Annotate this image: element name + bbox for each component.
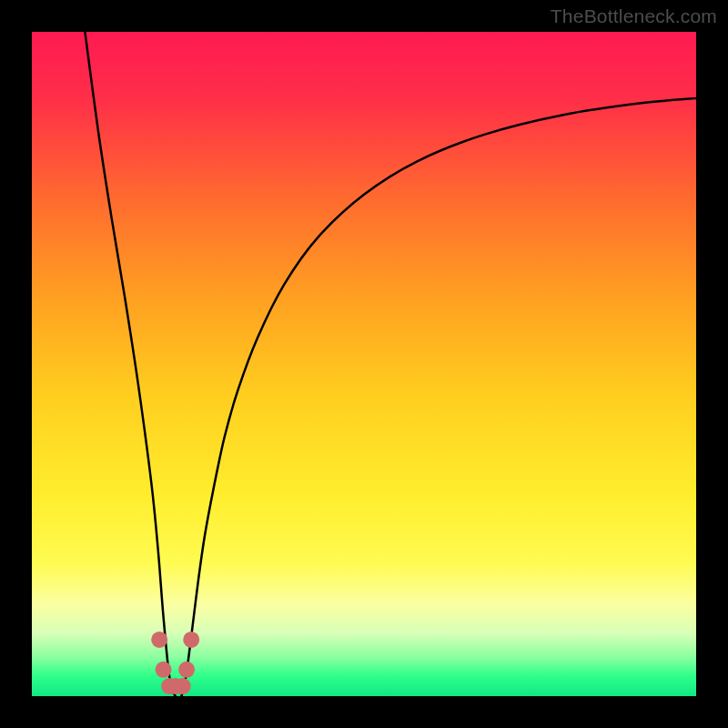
marker-point <box>151 632 167 648</box>
bottleneck-curve <box>85 32 696 696</box>
marker-point <box>178 662 195 678</box>
plot-area <box>32 32 696 696</box>
chart-svg <box>32 32 696 696</box>
marker-point <box>156 662 172 678</box>
watermark-text: TheBottleneck.com <box>551 5 717 27</box>
marker-point <box>175 678 191 694</box>
chart-frame: TheBottleneck.com <box>0 0 728 728</box>
marker-point <box>183 632 199 648</box>
